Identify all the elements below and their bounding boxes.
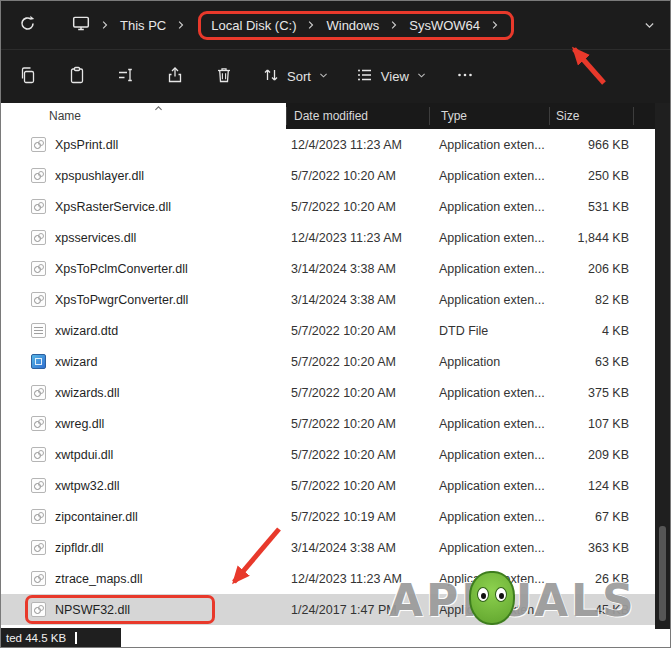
file-size: 966 KB <box>551 138 629 152</box>
file-row[interactable]: xwizard5/7/2022 10:20 AMApplication63 KB <box>1 346 655 377</box>
view-label: View <box>381 69 409 84</box>
dll-file-icon <box>31 137 46 152</box>
column-separator[interactable] <box>633 107 634 125</box>
file-name-cell: xwtpdui.dll <box>1 447 291 462</box>
file-row[interactable]: xpspushlayer.dll5/7/2022 10:20 AMApplica… <box>1 160 655 191</box>
more-options-button[interactable] <box>454 64 476 89</box>
file-size: 1,844 KB <box>551 231 629 245</box>
file-name: ztrace_maps.dll <box>55 572 143 586</box>
file-type: Application exten... <box>439 138 551 152</box>
breadcrumb-syswow64[interactable]: SysWOW64 <box>409 18 480 33</box>
paste-button[interactable] <box>66 64 88 89</box>
file-type: Application exten... <box>439 417 551 431</box>
file-type: Application exten... <box>439 448 551 462</box>
file-name-cell: zipcontainer.dll <box>1 509 291 524</box>
file-name: xpsservices.dll <box>55 231 136 245</box>
file-type: Application exten... <box>439 262 551 276</box>
file-row[interactable]: XpsToPclmConverter.dll3/14/2024 3:38 AMA… <box>1 253 655 284</box>
file-size: 26 KB <box>551 572 629 586</box>
file-date-modified: 3/14/2024 3:38 AM <box>291 541 439 555</box>
file-row[interactable]: zipfldr.dll3/14/2024 3:38 AMApplication … <box>1 532 655 563</box>
file-name: xwtpw32.dll <box>55 479 120 493</box>
status-bar: ted 44.5 KB <box>1 628 121 647</box>
file-date-modified: 5/7/2022 10:20 AM <box>291 479 439 493</box>
vertical-scrollbar[interactable] <box>655 103 670 629</box>
file-row[interactable]: zipcontainer.dll5/7/2022 10:19 AMApplica… <box>1 501 655 532</box>
breadcrumb-local-disk-c[interactable]: Local Disk (C:) <box>211 18 296 33</box>
ellipsis-icon <box>456 66 474 87</box>
view-dropdown[interactable]: View <box>356 66 427 87</box>
file-type: Application exten... <box>439 231 551 245</box>
address-bar-dropdown-chevron-icon[interactable] <box>643 19 656 32</box>
copy-button[interactable] <box>17 64 39 89</box>
sort-ascending-chevron-up-icon <box>153 103 164 117</box>
file-row[interactable]: XpsRasterService.dll5/7/2022 10:20 AMApp… <box>1 191 655 222</box>
file-row[interactable]: xwizards.dll5/7/2022 10:20 AMApplication… <box>1 377 655 408</box>
file-row[interactable]: XpsPrint.dll12/4/2023 11:23 AMApplicatio… <box>1 129 655 160</box>
column-separator[interactable] <box>429 107 430 125</box>
file-row[interactable]: XpsToPwgrConverter.dll3/14/2024 3:38 AMA… <box>1 284 655 315</box>
sort-label: Sort <box>287 69 311 84</box>
column-header-date-modified[interactable]: Date modified <box>294 109 368 123</box>
file-type: Application exten... <box>439 169 551 183</box>
file-row[interactable]: xpsservices.dll12/4/2023 11:23 AMApplica… <box>1 222 655 253</box>
dll-file-icon <box>31 478 46 493</box>
file-row[interactable]: ztrace_maps.dll12/4/2023 11:23 AMApplica… <box>1 563 655 594</box>
file-size: 4 KB <box>551 324 629 338</box>
chevron-right-icon <box>305 19 317 31</box>
scrollbar-thumb[interactable] <box>659 526 666 621</box>
file-date-modified: 5/7/2022 10:20 AM <box>291 448 439 462</box>
trash-icon <box>215 66 233 87</box>
file-date-modified: 5/7/2022 10:20 AM <box>291 417 439 431</box>
file-size: 63 KB <box>551 355 629 369</box>
column-header-name[interactable]: Name <box>1 103 286 129</box>
column-separator[interactable] <box>549 107 550 125</box>
file-size: 250 KB <box>551 169 629 183</box>
file-name: xwtpdui.dll <box>55 448 113 462</box>
status-separator <box>75 632 77 644</box>
file-name: zipcontainer.dll <box>55 510 138 524</box>
breadcrumb-this-pc[interactable]: This PC <box>120 18 166 33</box>
chevron-down-icon <box>416 69 427 84</box>
file-type: Application exten... <box>439 603 551 617</box>
dll-file-icon <box>31 230 46 245</box>
toolbar: Sort View <box>1 49 670 103</box>
file-size: 375 KB <box>551 386 629 400</box>
dll-file-icon <box>31 168 46 183</box>
file-name: XpsPrint.dll <box>55 138 118 152</box>
dll-file-icon <box>31 199 46 214</box>
rename-button[interactable] <box>115 64 137 89</box>
annotation-rectangle-breadcrumb: Local Disk (C:) Windows SysWOW64 <box>198 11 514 40</box>
breadcrumb-windows[interactable]: Windows <box>326 18 379 33</box>
file-row[interactable]: NPSWF32.dll1/24/2017 1:47 PMApplication … <box>1 594 655 625</box>
share-button[interactable] <box>164 64 186 89</box>
refresh-icon <box>19 15 36 35</box>
file-type: Application exten... <box>439 200 551 214</box>
file-explorer-window: This PC Local Disk (C:) Windows SysWOW64 <box>0 0 671 648</box>
file-size: 82 KB <box>551 293 629 307</box>
file-type: DTD File <box>439 324 551 338</box>
delete-button[interactable] <box>213 64 235 89</box>
file-date-modified: 5/7/2022 10:20 AM <box>291 169 439 183</box>
column-headers-right: Date modified Type Size <box>286 103 670 129</box>
file-name: XpsRasterService.dll <box>55 200 171 214</box>
app-file-icon <box>31 354 46 369</box>
refresh-button[interactable] <box>17 13 38 37</box>
file-date-modified: 5/7/2022 10:20 AM <box>291 200 439 214</box>
file-date-modified: 12/4/2023 11:23 AM <box>291 138 439 152</box>
file-list: XpsPrint.dll12/4/2023 11:23 AMApplicatio… <box>1 129 655 625</box>
sort-dropdown[interactable]: Sort <box>262 66 329 87</box>
column-header-size[interactable]: Size <box>556 109 579 123</box>
file-row[interactable]: xwtpdui.dll5/7/2022 10:20 AMApplication … <box>1 439 655 470</box>
file-row[interactable]: xwizard.dtd5/7/2022 10:20 AMDTD File4 KB <box>1 315 655 346</box>
file-date-modified: 3/14/2024 3:38 AM <box>291 293 439 307</box>
dtd-file-icon <box>31 323 46 338</box>
file-row[interactable]: xwtpw32.dll5/7/2022 10:20 AMApplication … <box>1 470 655 501</box>
file-name-cell: XpsToPclmConverter.dll <box>1 261 291 276</box>
chevron-down-icon <box>318 69 329 84</box>
file-row[interactable]: xwreg.dll5/7/2022 10:20 AMApplication ex… <box>1 408 655 439</box>
file-type: Application exten... <box>439 386 551 400</box>
file-date-modified: 5/7/2022 10:20 AM <box>291 324 439 338</box>
column-header-type[interactable]: Type <box>441 109 467 123</box>
column-separator[interactable] <box>286 107 287 125</box>
